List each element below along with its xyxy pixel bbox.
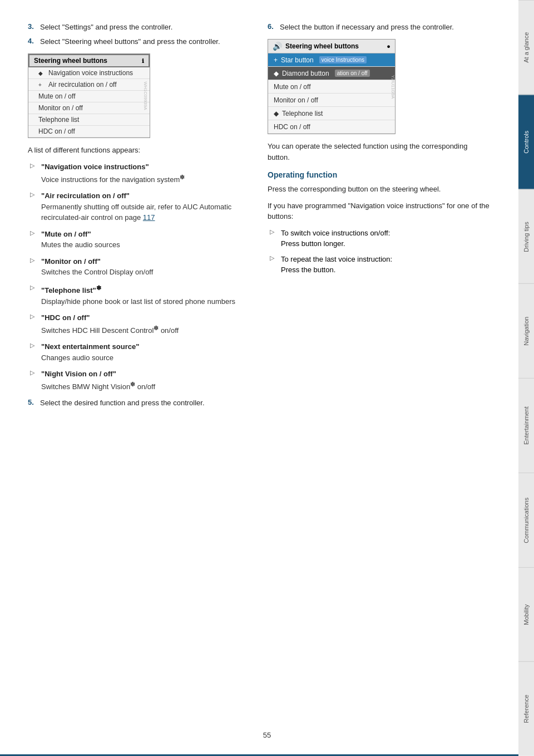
ui-row-diamond: ◆ Diamond button ation on / off	[268, 67, 395, 80]
bullet-content-6: "Next entertainment source" Changes audi…	[41, 341, 139, 363]
step-5-text: Select the desired function and press th…	[40, 398, 205, 408]
diamond-icon-right: ◆	[274, 70, 279, 77]
sub-bullet-1: ▷ To repeat the last voice instruction: …	[270, 254, 491, 276]
left-column: 3. Select "Settings" and press the contr…	[28, 22, 251, 413]
sub-bullet-content-0: To switch voice instructions on/off: Pre…	[281, 228, 390, 249]
bullet-icon-right: ●	[387, 43, 390, 50]
diamond-icon-left: ◆	[38, 70, 45, 76]
asterisk-icon-night: ✽	[130, 381, 135, 387]
sub-arrow-icon-0: ▷	[270, 228, 276, 235]
asterisk-icon-hdc: ✽	[154, 325, 159, 331]
asterisk-icon-tele: ✽	[96, 284, 101, 291]
tab-driving-tips[interactable]: Driving tips	[518, 189, 534, 284]
operating-function-heading: Operating function	[268, 170, 491, 179]
bullet-item-0: ▷ "Navigation voice instructions" Voice …	[30, 161, 251, 185]
bullet-item-3: ▷ "Monitor on / off" Switches the Contro…	[30, 256, 251, 278]
ui-box2-title: 🔊 Steering wheel buttons ●	[268, 40, 395, 53]
bullet-content-7: "Night Vision on / off" Switches BMW Nig…	[41, 369, 155, 392]
ui-row-air: + Air recirculation on / off	[28, 79, 150, 91]
arrow-icon-4: ▷	[30, 284, 37, 291]
ui-row2-mute: Mute on / off	[268, 80, 395, 94]
bullet-content-3: "Monitor on / off" Switches the Control …	[41, 256, 153, 278]
sub-bullet-content-1: To repeat the last voice instruction: Pr…	[281, 254, 392, 276]
arrow-icon-5: ▷	[30, 313, 37, 320]
watermark-left: WH1C09939A	[143, 82, 148, 110]
steering-wheel-buttons-screenshot-left: Steering wheel buttons ℹ ◆ Navigation vo…	[28, 53, 150, 138]
ui-row-telephone: Telephone list	[28, 114, 150, 126]
right-column: 6. Select the button if necessary and pr…	[268, 22, 491, 413]
plus-icon-star: +	[274, 56, 278, 64]
function-list: ▷ "Navigation voice instructions" Voice …	[30, 161, 251, 392]
plus-icon-left: +	[38, 82, 45, 88]
bullet-item-5: ▷ "HDC on / off" Switches HDC Hill Desce…	[30, 312, 251, 336]
watermark-right: Y2IU11G9A	[390, 75, 395, 99]
tab-at-a-glance[interactable]: At a glance	[518, 0, 534, 95]
bullet-content-4: "Telephone list"✽ Display/hide phone boo…	[41, 283, 235, 307]
step-4: 4. Select "Steering wheel buttons" and p…	[28, 37, 251, 47]
asterisk-icon: ✽	[180, 173, 185, 180]
bullet-item-7: ▷ "Night Vision on / off" Switches BMW N…	[30, 369, 251, 392]
arrow-icon-2: ▷	[30, 229, 37, 237]
operating-function-para1: Press the corresponding button on the st…	[268, 184, 491, 195]
bullet-content-0: "Navigation voice instructions" Voice in…	[41, 161, 185, 185]
side-tabs-container: At a glance Controls Driving tips Naviga…	[518, 0, 534, 756]
bullet-content-5: "HDC on / off" Switches HDC Hill Descent…	[41, 312, 179, 336]
arrow-icon-0: ▷	[30, 162, 37, 169]
tab-communications[interactable]: Communications	[518, 473, 534, 567]
operating-function-section: Operating function Press the correspondi…	[268, 170, 491, 276]
bullet-content-2: "Mute on / off" Mutes the audio sources	[41, 229, 120, 251]
step-6-text: Select the button if necessary and press…	[280, 22, 454, 32]
step-4-number: 4.	[28, 37, 37, 47]
ui-row-navigation: ◆ Navigation voice instructions	[28, 67, 150, 79]
step-5-number: 5.	[28, 398, 37, 408]
page-number: 55	[263, 731, 271, 739]
step-5: 5. Select the desired function and press…	[28, 398, 251, 408]
operating-function-para2: If you have programmed "Navigation voice…	[268, 200, 491, 222]
music-icon: 🔊	[273, 42, 282, 51]
arrow-icon-3: ▷	[30, 257, 37, 264]
tab-navigation[interactable]: Navigation	[518, 283, 534, 378]
ui-row2-telephone: ◆ Telephone list	[268, 107, 395, 120]
bullet-item-2: ▷ "Mute on / off" Mutes the audio source…	[30, 229, 251, 251]
arrow-icon-7: ▷	[30, 369, 37, 376]
ui-box-title-left: Steering wheel buttons ℹ	[28, 54, 150, 67]
operate-para: You can operate the selected function us…	[268, 141, 491, 163]
voice-badge: voice Instructions	[319, 56, 367, 63]
sub-bullet-0: ▷ To switch voice instructions on/off: P…	[270, 228, 491, 249]
bullet-item-6: ▷ "Next entertainment source" Changes au…	[30, 341, 251, 363]
ui-row2-monitor: Monitor on / off	[268, 94, 395, 107]
ui-row2-hdc: HDC on / off	[268, 120, 395, 134]
ui-row-hdc: HDC on / off	[28, 126, 150, 138]
steering-wheel-buttons-screenshot-right: 🔊 Steering wheel buttons ● + Star button…	[268, 39, 395, 134]
step-3-text: Select "Settings" and press the controll…	[40, 22, 172, 32]
ui-row-monitor: Monitor on / off	[28, 102, 150, 114]
tab-mobility[interactable]: Mobility	[518, 567, 534, 662]
bullet-item-1: ▷ "Air recirculation on / off" Permanent…	[30, 190, 251, 223]
ui-row-mute: Mute on / off	[28, 91, 150, 102]
tab-entertainment[interactable]: Entertainment	[518, 378, 534, 473]
step-6: 6. Select the button if necessary and pr…	[268, 22, 491, 32]
bullet-content-1: "Air recirculation on / off" Permanently…	[41, 190, 251, 223]
ui-box-info-icon: ℹ	[142, 58, 144, 64]
bullet-item-4: ▷ "Telephone list"✽ Display/hide phone b…	[30, 283, 251, 307]
tab-controls[interactable]: Controls	[518, 95, 534, 189]
step-4-text: Select "Steering wheel buttons" and pres…	[40, 37, 220, 47]
ui-row-star: + Star button voice Instructions	[268, 53, 395, 67]
arrow-icon-1: ▷	[30, 191, 37, 198]
sub-arrow-icon-1: ▷	[270, 254, 276, 262]
step-3: 3. Select "Settings" and press the contr…	[28, 22, 251, 32]
step-3-number: 3.	[28, 22, 37, 32]
step-6-number: 6.	[268, 22, 276, 32]
list-intro: A list of different functions appears:	[28, 145, 251, 156]
diamond-icon-tele: ◆	[274, 110, 279, 117]
tab-reference[interactable]: Reference	[518, 661, 534, 756]
ation-badge: ation on / off	[335, 70, 370, 77]
arrow-icon-6: ▷	[30, 342, 37, 349]
